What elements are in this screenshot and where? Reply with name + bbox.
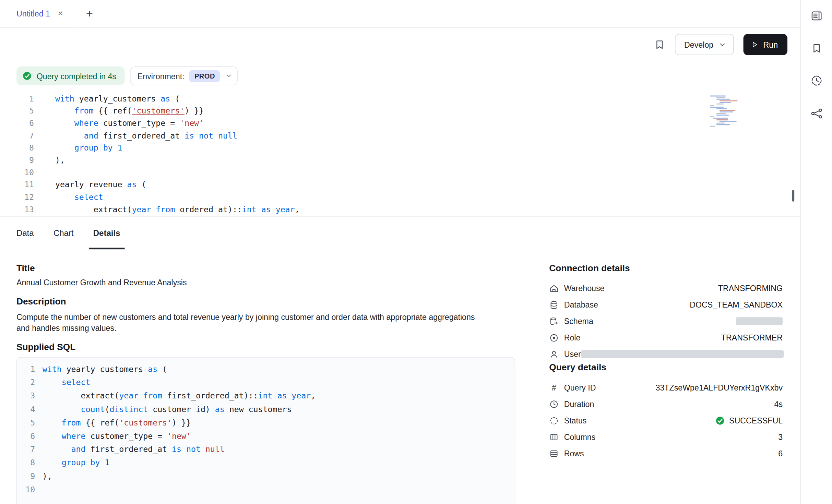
database-row: Database DOCS_TEAM_SANDBOX <box>549 297 783 313</box>
code-text: select <box>35 376 90 389</box>
code-line: 12 select <box>0 191 800 204</box>
code-text: with yearly_customers as ( <box>35 363 167 376</box>
tab-data[interactable]: Data <box>16 217 34 249</box>
schema-row: Schema <box>549 313 783 329</box>
environment-label: Environment: <box>138 71 185 80</box>
line-number: 1 <box>17 363 35 376</box>
play-icon <box>750 40 759 49</box>
query-details-heading: Query details <box>549 362 783 373</box>
code-text <box>35 483 43 496</box>
query-id-row: # Query ID 33TZseWpe1ALFDUYerxR1gVKxbv <box>549 379 783 396</box>
environment-badge: PROD <box>189 70 221 82</box>
line-number: 4 <box>17 403 35 416</box>
bookmark-icon[interactable] <box>810 43 822 54</box>
tab-bar: Untitled 1 ✕ + <box>0 0 800 27</box>
columns-label: Columns <box>564 432 596 441</box>
line-number: 7 <box>17 443 35 456</box>
code-text: count(distinct customer_id) as new_custo… <box>35 403 292 416</box>
code-line: 10 <box>0 167 800 179</box>
line-number: 6 <box>17 430 35 443</box>
line-number: 12 <box>0 191 34 204</box>
line-number: 5 <box>0 105 34 118</box>
role-value: TRANSFORMER <box>721 333 783 342</box>
rows-icon <box>549 448 559 458</box>
line-number: 3 <box>17 389 35 403</box>
new-tab-button[interactable]: + <box>83 7 96 20</box>
results-tab-bar: Data Chart Details <box>0 217 800 249</box>
history-icon[interactable] <box>810 74 823 87</box>
run-button[interactable]: Run <box>744 34 787 55</box>
user-value <box>581 350 784 358</box>
code-text: from {{ ref('customers') }} <box>34 105 204 118</box>
query-status-badge: Query completed in 4s <box>16 66 125 85</box>
code-text: extract(year from ordered_at)::int as ye… <box>34 204 300 216</box>
editor-minimap[interactable] <box>710 95 749 127</box>
warehouse-icon <box>549 284 559 293</box>
duration-label: Duration <box>564 399 594 408</box>
title-heading: Title <box>16 263 515 274</box>
code-line: 10 <box>17 483 515 496</box>
code-line: 8 group by 1 <box>0 142 800 154</box>
line-number: 5 <box>17 416 35 430</box>
role-row: Role TRANSFORMER <box>549 329 783 346</box>
details-left-column: Title Annual Customer Growth and Revenue… <box>16 263 515 504</box>
warehouse-value: TRANSFORMING <box>718 284 783 293</box>
warehouse-row: Warehouse TRANSFORMING <box>549 280 783 297</box>
rows-value: 6 <box>778 449 783 458</box>
tab-untitled-1[interactable]: Untitled 1 ✕ <box>0 0 73 27</box>
user-row: User <box>549 346 783 362</box>
schema-icon <box>549 316 559 326</box>
status-label: Status <box>564 416 587 425</box>
description-value: Compute the number of new customers and … <box>16 311 484 334</box>
duration-value: 4s <box>774 399 783 408</box>
code-line: 11yearly_revenue as ( <box>0 179 800 191</box>
code-line: 7 and first_ordered_at is not null <box>17 443 515 456</box>
bookmark-icon[interactable] <box>654 39 666 50</box>
tab-chart[interactable]: Chart <box>54 217 74 249</box>
code-text: with yearly_customers as ( <box>34 93 180 105</box>
tab-label: Untitled 1 <box>16 9 50 18</box>
duration-row: Duration 4s <box>549 396 783 412</box>
code-line: 3 extract(year from first_ordered_at)::i… <box>17 389 515 403</box>
code-text: select <box>34 191 103 204</box>
details-right-column: Connection details Warehouse TRANSFORMIN… <box>549 263 783 504</box>
check-circle-icon <box>22 71 32 81</box>
code-text: from {{ ref('customers') }} <box>35 416 191 430</box>
database-value: DOCS_TEAM_SANDBOX <box>690 300 783 309</box>
description-heading: Description <box>16 297 515 307</box>
layout-panel-icon[interactable] <box>810 10 823 22</box>
user-icon <box>549 349 559 359</box>
code-line: 1with yearly_customers as ( <box>0 93 800 105</box>
query-id-label: Query ID <box>564 383 596 392</box>
success-check-icon <box>715 416 725 425</box>
app-window: Untitled 1 ✕ + Develop Run Query compl <box>0 0 832 504</box>
code-line: 9), <box>0 154 800 167</box>
editor-scrollbar[interactable] <box>792 190 794 202</box>
line-number: 9 <box>17 470 35 483</box>
code-text: where customer_type = 'new' <box>35 430 191 443</box>
lineage-icon[interactable] <box>810 107 823 120</box>
sql-editor[interactable]: 1with yearly_customers as (5 from {{ ref… <box>0 90 800 216</box>
role-label: Role <box>564 333 581 342</box>
code-line: 13 extract(year from ordered_at)::int as… <box>0 204 800 216</box>
code-text: ), <box>34 154 65 167</box>
rows-label: Rows <box>564 449 584 458</box>
title-value: Annual Customer Growth and Revenue Analy… <box>16 278 515 287</box>
line-number: 7 <box>0 130 34 142</box>
columns-value: 3 <box>778 432 783 441</box>
tab-details[interactable]: Details <box>93 217 120 249</box>
environment-selector[interactable]: Environment: PROD <box>130 66 238 85</box>
role-icon <box>549 333 559 343</box>
code-text <box>34 167 55 179</box>
line-number: 10 <box>0 167 34 179</box>
supplied-sql-code: 1with yearly_customers as (2 select3 ext… <box>17 363 515 496</box>
develop-label: Develop <box>684 40 713 49</box>
develop-dropdown[interactable]: Develop <box>675 34 734 55</box>
close-tab-icon[interactable]: ✕ <box>58 10 63 17</box>
code-line: 1with yearly_customers as ( <box>17 363 515 376</box>
warehouse-label: Warehouse <box>564 284 605 293</box>
clock-icon <box>549 399 559 409</box>
code-line: 2 select <box>17 376 515 389</box>
schema-label: Schema <box>564 317 593 326</box>
status-value: SUCCESSFUL <box>715 416 783 425</box>
